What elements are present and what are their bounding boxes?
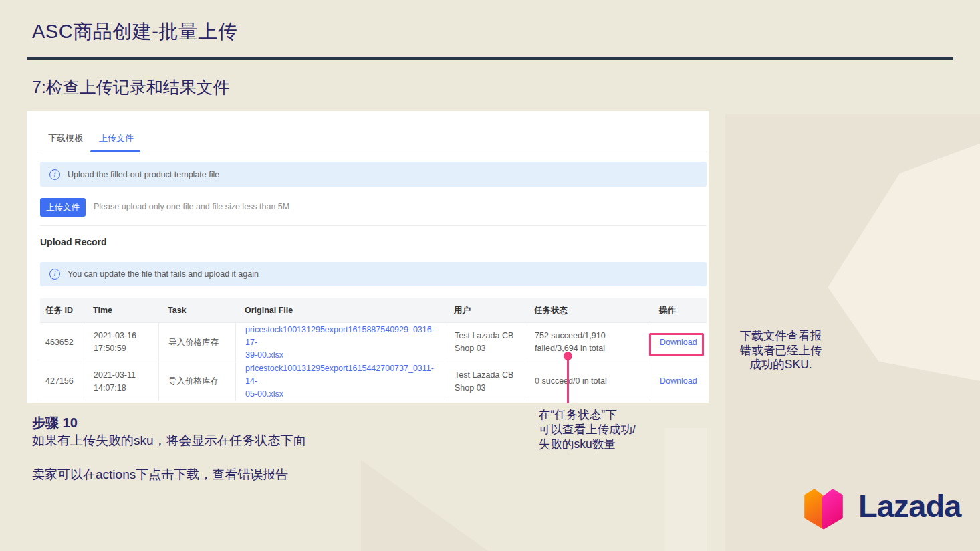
col-header-task: Task	[158, 298, 235, 322]
col-header-user: 用户	[445, 298, 525, 322]
status-line2: failed/3,694 in total	[535, 342, 650, 355]
cell-action: Download	[650, 362, 707, 401]
cell-status: 0 succeed/0 in total	[525, 362, 650, 401]
slide: ASC商品创建-批量上传 7:检查上传记录和结果文件 下载模板 上传文件 i U…	[0, 0, 980, 551]
time-date: 2021-03-11	[94, 369, 158, 382]
page-title: ASC商品创建-批量上传	[32, 19, 237, 45]
section-subtitle: 7:检查上传记录和结果文件	[32, 76, 230, 98]
tab-download-template[interactable]: 下载模板	[48, 132, 83, 144]
bg-shape-diagonal	[361, 460, 488, 551]
annotation-download: 下载文件查看报 错或者已经上传 成功的SKU.	[724, 329, 838, 372]
cell-task-id: 463652	[40, 322, 84, 362]
upload-record-table: 任务 ID Time Task Original File 用户 任务状态 操作…	[40, 298, 707, 401]
col-header-task-id: 任务 ID	[40, 298, 84, 322]
step-line2: 卖家可以在actions下点击下载，查看错误报告	[32, 466, 288, 483]
title-divider	[27, 57, 953, 60]
cell-original-file: pricestock100131295export1615887540929_0…	[235, 322, 445, 362]
info-banner-retry: i You can update the file that fails and…	[40, 262, 707, 286]
annotation-line: 成功的SKU.	[724, 358, 838, 372]
info-banner-template: i Upload the filled-out product template…	[40, 162, 707, 187]
file-link-line2: 05-00.xlsx	[245, 389, 283, 399]
cell-original-file: pricestock100131295export1615442700737_0…	[235, 362, 445, 401]
status-line1: 752 succeed/1,910	[535, 330, 650, 342]
lazada-logo-text: Lazada	[858, 487, 961, 524]
section-divider	[40, 225, 707, 226]
user-line1: Test Lazada CB	[455, 330, 525, 342]
callout-line	[567, 356, 569, 403]
col-header-time: Time	[84, 298, 158, 322]
upload-hint-text: Please upload only one file and file siz…	[94, 202, 289, 211]
info-icon: i	[49, 169, 60, 180]
cell-user: Test Lazada CB Shop 03	[445, 322, 525, 362]
download-link[interactable]: Download	[660, 375, 707, 388]
col-header-original-file: Original File	[235, 298, 445, 322]
annotation-line: 失败的sku数量	[539, 437, 699, 451]
user-line2: Shop 03	[455, 342, 525, 355]
file-link-line2: 39-00.xlsx	[245, 350, 283, 360]
cell-task: 导入价格库存	[158, 322, 235, 362]
annotation-line: 在“任务状态”下	[539, 407, 699, 422]
cell-time: 2021-03-16 17:50:59	[84, 322, 158, 362]
col-header-action: 操作	[650, 298, 707, 322]
annotation-task-status: 在“任务状态”下 可以查看上传成功/ 失败的sku数量	[539, 407, 699, 451]
step-heading: 步骤 10	[32, 414, 78, 432]
tab-bar: 下载模板 上传文件	[40, 130, 707, 152]
time-clock: 17:50:59	[94, 342, 158, 355]
lazada-logo-icon	[800, 481, 848, 530]
cell-status: 752 succeed/1,910 failed/3,694 in total	[525, 322, 650, 362]
time-date: 2021-03-16	[94, 330, 158, 342]
file-link[interactable]: pricestock100131295export1615442700737_0…	[245, 362, 445, 401]
upload-panel: 下载模板 上传文件 i Upload the filled-out produc…	[27, 111, 709, 403]
lazada-logo: Lazada	[800, 481, 961, 530]
annotation-line: 错或者已经上传	[724, 344, 838, 358]
cell-task: 导入价格库存	[158, 362, 235, 401]
info-banner-text: You can update the file that fails and u…	[68, 269, 259, 279]
annotation-line: 下载文件查看报	[724, 329, 838, 344]
status-line1: 0 succeed/0 in total	[535, 375, 650, 388]
user-line1: Test Lazada CB	[455, 369, 525, 382]
file-link-line1: pricestock100131295export1615442700737_0…	[245, 364, 434, 386]
active-tab-indicator	[90, 150, 140, 152]
step-line1: 如果有上传失败的sku，将会显示在任务状态下面	[32, 432, 306, 449]
upload-record-title: Upload Record	[40, 237, 107, 247]
file-link-line1: pricestock100131295export1615887540929_0…	[245, 325, 435, 347]
time-clock: 14:07:18	[94, 382, 158, 395]
cell-task-id: 427156	[40, 362, 84, 401]
download-highlight-box	[649, 333, 704, 356]
upload-file-button[interactable]: 上传文件	[40, 198, 86, 217]
cell-user: Test Lazada CB Shop 03	[445, 362, 525, 401]
file-link[interactable]: pricestock100131295export1615887540929_0…	[245, 324, 445, 362]
col-header-status: 任务状态	[525, 298, 650, 322]
annotation-line: 可以查看上传成功/	[539, 422, 699, 437]
info-icon: i	[49, 269, 60, 280]
user-line2: Shop 03	[455, 382, 525, 395]
info-banner-text: Upload the filled-out product template f…	[68, 170, 219, 179]
tab-upload-file[interactable]: 上传文件	[99, 132, 134, 144]
cell-time: 2021-03-11 14:07:18	[84, 362, 158, 401]
